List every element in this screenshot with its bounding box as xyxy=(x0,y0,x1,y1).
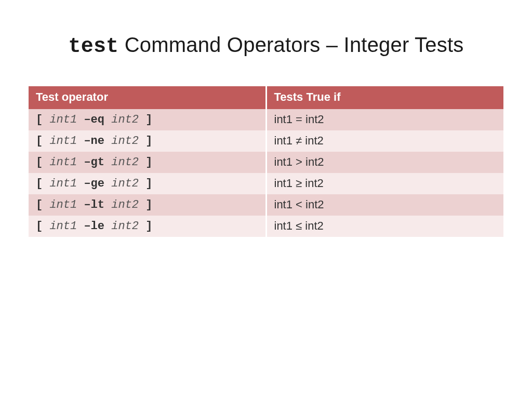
table-row: [ int1 –ge int2 ] int1 ≥ int2 xyxy=(29,173,503,194)
col-header-operator: Test operator xyxy=(29,86,265,109)
cell-desc: int1 > int2 xyxy=(267,152,504,173)
cell-desc: int1 < int2 xyxy=(267,194,504,216)
cell-desc: int1 ≤ int2 xyxy=(267,216,504,237)
cell-desc: int1 ≥ int2 xyxy=(267,173,504,194)
cell-operator: [ int1 –gt int2 ] xyxy=(29,152,265,173)
cell-operator: [ int1 –eq int2 ] xyxy=(29,109,265,130)
title-mono: test xyxy=(69,35,119,58)
page-title: test Command Operators – Integer Tests xyxy=(27,33,505,58)
table-row: [ int1 –eq int2 ] int1 = int2 xyxy=(29,109,503,130)
slide: test Command Operators – Integer Tests T… xyxy=(0,0,532,399)
cell-desc: int1 = int2 xyxy=(267,109,504,130)
operators-table: Test operator Tests True if [ int1 –eq i… xyxy=(27,86,505,237)
table-row: [ int1 –lt int2 ] int1 < int2 xyxy=(29,194,503,216)
table-row: [ int1 –ne int2 ] int1 ≠ int2 xyxy=(29,130,503,152)
cell-desc: int1 ≠ int2 xyxy=(267,130,504,152)
cell-operator: [ int1 –le int2 ] xyxy=(29,216,265,237)
cell-operator: [ int1 –ge int2 ] xyxy=(29,173,265,194)
table-row: [ int1 –le int2 ] int1 ≤ int2 xyxy=(29,216,503,237)
table-header-row: Test operator Tests True if xyxy=(29,86,503,109)
cell-operator: [ int1 –ne int2 ] xyxy=(29,130,265,152)
title-rest: Command Operators – Integer Tests xyxy=(118,33,463,56)
table-row: [ int1 –gt int2 ] int1 > int2 xyxy=(29,152,503,173)
col-header-desc: Tests True if xyxy=(267,86,504,109)
cell-operator: [ int1 –lt int2 ] xyxy=(29,194,265,216)
